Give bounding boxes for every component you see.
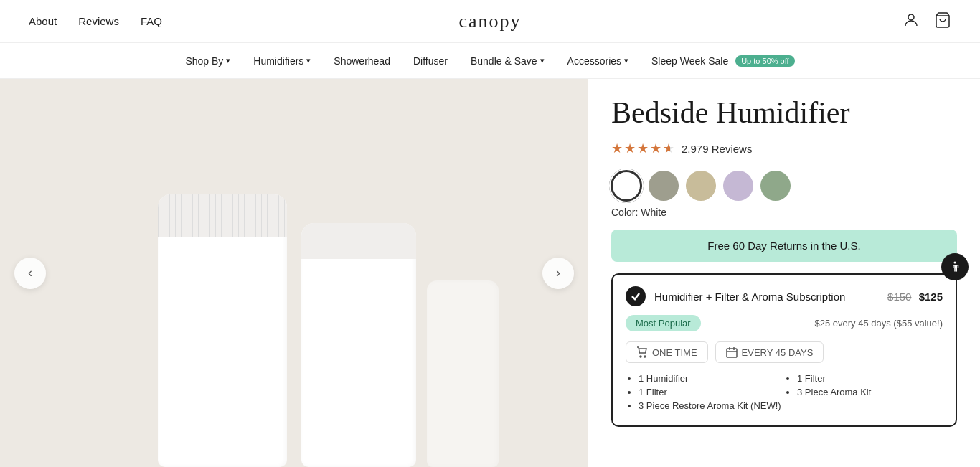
star-3: ★: [637, 141, 649, 156]
recurring-items-col: 1 Filter 3 Piece Aroma Kit: [784, 373, 943, 414]
star-1: ★: [611, 141, 623, 156]
popular-badge: Most Popular: [626, 315, 701, 331]
svg-point-0: [908, 14, 914, 20]
recurring-tab[interactable]: EVERY 45 DAYS: [715, 341, 824, 363]
main-content: ‹ › Bedside Humidifier ★ ★ ★ ★ ★ 2,979 R…: [0, 79, 980, 467]
chevron-down-icon: ▾: [624, 56, 628, 65]
one-time-items-col: 1 Humidifier 1 Filter 3 Piece Restore Ar…: [626, 373, 784, 414]
sale-badge: Up to 50% off: [735, 55, 794, 67]
selected-color-label: Color: White: [611, 207, 957, 218]
review-count[interactable]: 2,979 Reviews: [682, 143, 752, 155]
color-swatch-sage[interactable]: [760, 171, 791, 201]
one-time-label: ONE TIME: [652, 347, 697, 358]
humidifier-secondary-top: [301, 223, 416, 259]
one-time-tab[interactable]: ONE TIME: [626, 341, 708, 363]
items-columns: 1 Humidifier 1 Filter 3 Piece Restore Ar…: [626, 373, 943, 414]
humidifier-secondary: [301, 223, 416, 467]
check-circle-icon: [626, 286, 646, 306]
nav-shop-by[interactable]: Shop By ▾: [185, 55, 230, 67]
new-price: $125: [919, 291, 943, 303]
chevron-down-icon: ▾: [226, 56, 230, 65]
humidifier-top-grill: [158, 194, 287, 237]
product-details-panel: Bedside Humidifier ★ ★ ★ ★ ★ 2,979 Revie…: [588, 79, 980, 467]
svg-rect-4: [727, 349, 737, 357]
star-rating: ★ ★ ★ ★ ★: [611, 141, 674, 156]
top-nav: About Reviews FAQ canopy: [0, 0, 980, 43]
nav-sleep-sale[interactable]: Sleep Week Sale Up to 50% off: [651, 55, 795, 67]
recurring-label: EVERY 45 DAYS: [742, 347, 814, 358]
faq-link[interactable]: FAQ: [141, 15, 162, 27]
list-item: 1 Humidifier: [639, 373, 784, 384]
nav-accessories[interactable]: Accessories ▾: [567, 55, 628, 67]
subscription-sub-price: $25 every 45 days ($55 value!): [815, 318, 943, 329]
color-swatch-white[interactable]: [611, 171, 641, 201]
secondary-nav: Shop By ▾ Humidifiers ▾ Showerhead Diffu…: [0, 43, 980, 79]
product-image-area: ‹ ›: [0, 79, 588, 467]
svg-point-8: [954, 261, 956, 263]
list-item: 3 Piece Restore Aroma Kit (NEW!): [639, 400, 784, 411]
color-swatch-linen[interactable]: [686, 171, 716, 201]
popular-row: Most Popular $25 every 45 days ($55 valu…: [626, 315, 943, 331]
nav-bundle-save[interactable]: Bundle & Save ▾: [471, 55, 545, 67]
star-2: ★: [624, 141, 636, 156]
reviews-row: ★ ★ ★ ★ ★ 2,979 Reviews: [611, 141, 957, 156]
star-4: ★: [650, 141, 661, 156]
subscription-header: Humidifier + Filter & Aroma Subscription…: [626, 286, 943, 306]
chevron-down-icon: ▾: [540, 56, 545, 65]
nav-showerhead[interactable]: Showerhead: [334, 55, 390, 67]
star-5-half: ★: [663, 141, 674, 156]
user-icon[interactable]: [903, 11, 920, 32]
color-swatch-lavender[interactable]: [723, 171, 753, 201]
humidifier-main: [158, 194, 287, 467]
list-item: 3 Piece Aroma Kit: [797, 387, 943, 397]
one-time-items-list: 1 Humidifier 1 Filter 3 Piece Restore Ar…: [626, 373, 784, 411]
svg-point-2: [640, 356, 641, 357]
list-item: 1 Filter: [639, 387, 784, 397]
nav-diffuser[interactable]: Diffuser: [413, 55, 448, 67]
color-swatches: [611, 171, 957, 201]
subscription-box: Humidifier + Filter & Aroma Subscription…: [611, 273, 957, 427]
about-link[interactable]: About: [29, 15, 57, 27]
accessibility-button[interactable]: [941, 253, 969, 280]
top-nav-icons: [903, 11, 951, 32]
prev-image-button[interactable]: ‹: [14, 258, 46, 289]
subscription-title: Humidifier + Filter & Aroma Subscription: [654, 291, 845, 303]
humidifier-third: [427, 280, 499, 467]
returns-banner: Free 60 Day Returns in the U.S.: [611, 230, 957, 262]
nav-humidifiers[interactable]: Humidifiers ▾: [253, 55, 311, 67]
color-section: Color: White: [611, 171, 957, 218]
product-title: Bedside Humidifier: [611, 96, 957, 129]
subscription-price: $150 $125: [887, 291, 943, 303]
list-item: 1 Filter: [797, 373, 943, 384]
reviews-link[interactable]: Reviews: [78, 15, 119, 27]
next-image-button[interactable]: ›: [542, 258, 574, 289]
product-images: [0, 79, 588, 467]
svg-point-3: [644, 356, 646, 357]
chevron-down-icon: ▾: [306, 56, 311, 65]
cart-icon[interactable]: [934, 11, 951, 32]
brand-logo[interactable]: canopy: [458, 11, 521, 32]
frequency-tabs: ONE TIME EVERY 45 DAYS: [626, 341, 943, 363]
old-price: $150: [887, 291, 911, 303]
top-nav-links: About Reviews FAQ: [29, 15, 162, 27]
recurring-items-list: 1 Filter 3 Piece Aroma Kit: [784, 373, 943, 397]
color-swatch-gray[interactable]: [649, 171, 679, 201]
subscription-header-left: Humidifier + Filter & Aroma Subscription: [626, 286, 845, 306]
